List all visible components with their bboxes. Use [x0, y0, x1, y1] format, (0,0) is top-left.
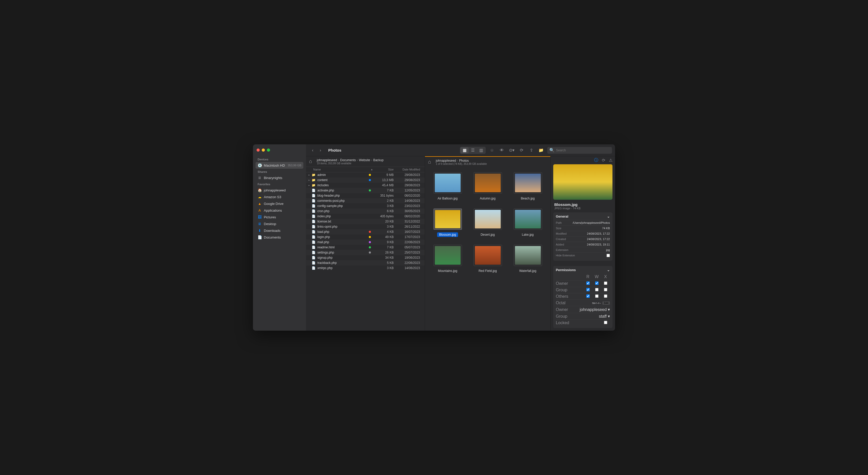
disclosure-icon[interactable]: ▸	[309, 179, 312, 181]
breadcrumb-item[interactable]: johnappleseed	[436, 159, 456, 162]
file-row[interactable]: 📄signup.php34 KB19/06/2023	[306, 255, 425, 260]
grid-item[interactable]: Air Balloon.jpg	[430, 172, 465, 201]
file-row[interactable]: 📄mail.php9 KB22/06/2023	[306, 240, 425, 245]
file-row[interactable]: 📄license.txt20 KB31/12/2022	[306, 219, 425, 224]
minimize-window-button[interactable]	[262, 149, 265, 152]
alerts-tab[interactable]: ⚠	[609, 158, 613, 163]
sidebar-item[interactable]: 🖥Desktop	[255, 220, 303, 227]
group-select[interactable]: staff ▾	[599, 314, 610, 319]
owner-select[interactable]: johnappleseed ▾	[580, 307, 610, 312]
activity-tab[interactable]: ⟳	[602, 158, 605, 163]
file-icon: 📄	[312, 188, 316, 192]
search-field[interactable]: 🔍	[547, 147, 612, 154]
grid-item[interactable]: Red Field.jpg	[470, 245, 505, 273]
file-row[interactable]: 📄login.php49 KB17/07/2023	[306, 234, 425, 240]
search-input[interactable]	[556, 149, 610, 152]
inspector-pane: ⓘ ⟳ ⚠ Blossom.jpg JPEG image - 74 KB Gen…	[550, 156, 615, 331]
file-name: settings.php	[317, 251, 367, 254]
perm-execute-checkbox[interactable]	[604, 281, 607, 285]
center-breadcrumbs[interactable]: johnappleseed›Photos	[436, 159, 487, 162]
sidebar-item[interactable]: ☁Amazon S3	[255, 194, 303, 200]
perm-write-checkbox[interactable]	[595, 288, 598, 291]
left-breadcrumbs[interactable]: johnappleseed›Documents›Website›Backup	[317, 158, 383, 162]
list-view-button[interactable]: ☰	[469, 147, 477, 153]
breadcrumb-item[interactable]: Photos	[459, 159, 469, 162]
forward-button[interactable]: ›	[317, 147, 324, 154]
sidebar-item[interactable]: ⬇Downloads	[255, 227, 303, 234]
back-button[interactable]: ‹	[309, 147, 316, 154]
grid-item[interactable]: Blossom.jpg	[430, 209, 465, 237]
grid-item[interactable]: Mountains.jpg	[430, 245, 465, 273]
sidebar-item[interactable]: 🖼Pictures	[255, 214, 303, 220]
icon-view-button[interactable]: ▦	[460, 147, 469, 153]
sidebar-item[interactable]: 🏠johnappleseed	[255, 187, 303, 194]
perm-write-checkbox[interactable]	[595, 281, 598, 285]
column-name[interactable]: Name	[309, 168, 371, 171]
grid-item[interactable]: Lake.jpg	[510, 209, 545, 237]
locked-checkbox[interactable]	[604, 321, 607, 324]
file-row[interactable]: 📄readme.html7 KB05/07/2023	[306, 245, 425, 250]
sidebar-item[interactable]: 🖥Binarynights	[255, 174, 303, 181]
icon-grid[interactable]: Air Balloon.jpgAutumn.jpgBeach.jpgBlosso…	[430, 172, 545, 273]
maximize-window-button[interactable]	[267, 149, 270, 152]
file-list[interactable]: ▸📁admin9 MB29/08/2023▸📁content13,3 MB29/…	[306, 172, 425, 331]
sidebar-item[interactable]: ▲Google Drive	[255, 200, 303, 207]
new-folder-button[interactable]: 📁	[537, 147, 545, 154]
tag-dot	[369, 257, 371, 259]
file-row[interactable]: 📄settings.php26 KB25/07/2023	[306, 250, 425, 255]
breadcrumb-item[interactable]: Documents	[340, 158, 356, 162]
hide-extension-checkbox[interactable]	[607, 254, 610, 257]
file-date: 12/05/2023	[394, 188, 422, 192]
perm-read-checkbox[interactable]	[586, 281, 590, 285]
disclosure-icon[interactable]: ▸	[309, 174, 312, 176]
breadcrumb-item[interactable]: Website	[359, 158, 370, 162]
info-tab[interactable]: ⓘ	[594, 157, 598, 163]
column-size[interactable]: Size	[373, 168, 394, 171]
file-row[interactable]: 📄index.php405 bytes06/02/2020	[306, 214, 425, 219]
close-window-button[interactable]	[256, 149, 260, 152]
file-row[interactable]: ▸📁content13,3 MB29/08/2023	[306, 177, 425, 183]
home-icon[interactable]: ⌂	[309, 158, 315, 165]
file-row[interactable]: 📄config-sample.php3 KB23/02/2023	[306, 203, 425, 209]
breadcrumb-item[interactable]: Backup	[373, 158, 383, 162]
sync-button[interactable]: ⟳	[518, 147, 525, 154]
file-row[interactable]: 📄blog-header.php351 bytes06/02/2020	[306, 193, 425, 198]
perm-write-checkbox[interactable]	[595, 294, 598, 298]
column-date[interactable]: Date Modified	[394, 168, 422, 171]
perm-read-checkbox[interactable]	[586, 294, 590, 298]
column-view-button[interactable]: ▥	[477, 147, 485, 153]
share-button[interactable]: ⇪	[528, 147, 535, 154]
general-header[interactable]: General ⌄	[556, 214, 610, 220]
file-row[interactable]: 📄links-opml.php3 KB26/11/2022	[306, 224, 425, 229]
home-icon[interactable]: ⌂	[428, 159, 434, 165]
file-row[interactable]: 📄trackback.php5 KB22/06/2023	[306, 260, 425, 265]
file-row[interactable]: ▸📁admin9 MB29/08/2023	[306, 172, 425, 177]
favorite-button[interactable]: ☆	[488, 147, 496, 154]
file-row[interactable]: 📄activate.php7 KB12/05/2023	[306, 188, 425, 193]
file-row[interactable]: 📄comments-post.php2 KB14/06/2023	[306, 198, 425, 203]
grid-item[interactable]: Desert.jpg	[470, 209, 505, 237]
preview-button[interactable]: 👁	[498, 147, 505, 154]
grid-item[interactable]: Beach.jpg	[510, 172, 545, 201]
breadcrumb-item[interactable]: johnappleseed	[317, 158, 337, 162]
octal-value[interactable]: 644	[602, 301, 610, 305]
grid-item[interactable]: Waterfall.jpg	[510, 245, 545, 273]
perm-execute-checkbox[interactable]	[604, 294, 607, 298]
permissions-header[interactable]: Permissions ⌄	[556, 268, 610, 273]
grid-item[interactable]: Autumn.jpg	[470, 172, 505, 201]
sidebar-item-icon: 💽	[258, 163, 262, 168]
actions-button[interactable]: ⊙▾	[508, 147, 515, 154]
disclosure-icon[interactable]: ▸	[309, 184, 312, 186]
file-row[interactable]: 📄cron.php6 KB30/05/2023	[306, 209, 425, 214]
info-key: Hide Extension	[556, 254, 575, 258]
file-row[interactable]: 📄xmlrpc.php3 KB14/06/2023	[306, 265, 425, 271]
perm-execute-checkbox[interactable]	[604, 288, 607, 291]
file-row[interactable]: ▸📁includes45,4 MB29/08/2023	[306, 183, 425, 188]
file-size: 351 bytes	[373, 194, 394, 198]
sidebar-item[interactable]: AApplications	[255, 207, 303, 214]
perm-read-checkbox[interactable]	[586, 288, 590, 291]
file-name: cron.php	[317, 209, 367, 213]
file-row[interactable]: 📄load.php4 KB16/07/2023	[306, 229, 425, 234]
sidebar-item[interactable]: 📄Documents	[255, 234, 303, 241]
sidebar-item[interactable]: 💽Macintosh HD353,99 GB	[255, 162, 303, 169]
